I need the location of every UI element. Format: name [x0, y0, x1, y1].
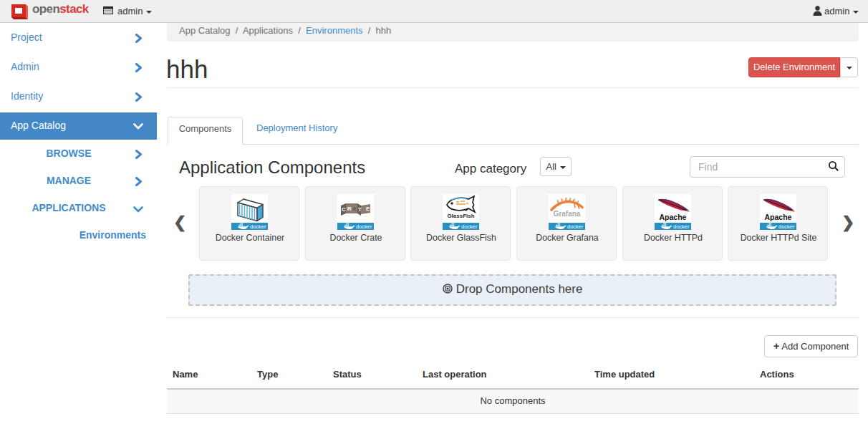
svg-text:E: E: [366, 206, 370, 212]
svg-text:docker: docker: [673, 223, 690, 230]
svg-text:docker: docker: [567, 223, 584, 230]
svg-text:Grafana: Grafana: [554, 210, 581, 218]
svg-text:Apache: Apache: [765, 213, 792, 221]
svg-text:docker: docker: [250, 223, 266, 230]
svg-text:C: C: [342, 206, 346, 213]
svg-text:GlassFish: GlassFish: [447, 213, 474, 219]
svg-text:docker: docker: [356, 223, 372, 230]
svg-text:T: T: [358, 206, 362, 213]
svg-text:docker: docker: [461, 223, 478, 230]
svg-text:R: R: [347, 206, 352, 212]
svg-text:docker: docker: [778, 223, 795, 230]
svg-text:Apache: Apache: [660, 213, 687, 221]
svg-text:A: A: [352, 206, 357, 212]
